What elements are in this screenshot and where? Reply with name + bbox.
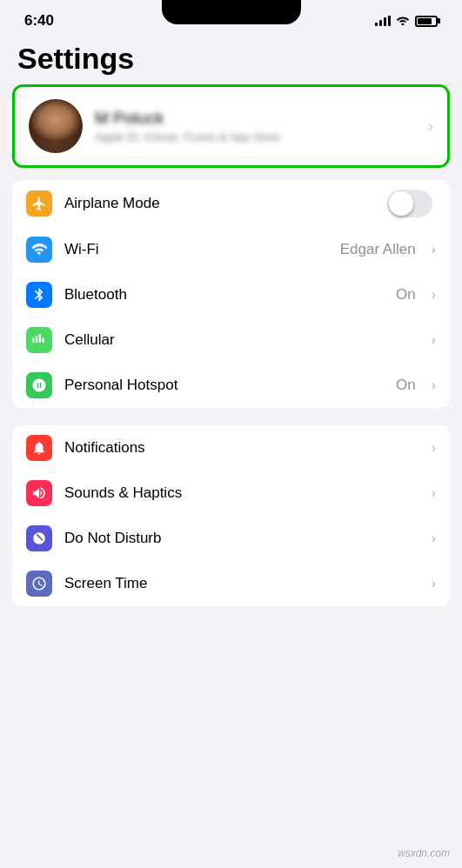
connectivity-section: Airplane Mode Wi-Fi Edgar Allen › Blueto…	[12, 180, 450, 408]
signal-icon	[375, 16, 391, 26]
cellular-row[interactable]: Cellular ›	[12, 317, 450, 363]
cellular-icon	[26, 327, 52, 353]
page-title: Settings	[17, 42, 445, 76]
profile-chevron: ›	[428, 117, 433, 136]
sounds-label: Sounds & Haptics	[64, 484, 419, 502]
phone-frame: 6:40 Settings	[0, 0, 462, 868]
airplane-mode-icon	[26, 190, 52, 217]
avatar	[29, 99, 83, 153]
profile-card[interactable]: M Potuck Apple ID, iCloud, iTunes & App …	[12, 84, 450, 168]
status-time: 6:40	[24, 12, 54, 30]
sounds-chevron: ›	[432, 485, 436, 501]
sounds-icon	[26, 480, 52, 506]
battery-fill	[418, 18, 432, 24]
screen-time-icon	[26, 571, 52, 597]
wifi-status-icon	[396, 15, 410, 28]
cellular-label: Cellular	[64, 331, 419, 349]
bluetooth-chevron: ›	[432, 287, 436, 303]
notifications-row[interactable]: Notifications ›	[12, 425, 450, 471]
watermark: wsxdn.com	[398, 847, 450, 859]
hotspot-value: On	[396, 377, 416, 394]
notifications-section: Notifications › Sounds & Haptics › Do No…	[12, 425, 450, 606]
avatar-image	[29, 99, 83, 153]
notifications-label: Notifications	[64, 439, 419, 457]
battery-icon	[415, 16, 438, 27]
profile-info: M Potuck Apple ID, iCloud, iTunes & App …	[95, 109, 416, 144]
cellular-chevron: ›	[432, 332, 436, 348]
status-icons	[375, 15, 438, 28]
notch	[162, 0, 301, 24]
wifi-icon	[26, 237, 52, 263]
wifi-label: Wi-Fi	[64, 241, 328, 258]
hotspot-icon	[26, 372, 52, 398]
bluetooth-value: On	[396, 286, 416, 304]
hotspot-label: Personal Hotspot	[64, 377, 384, 394]
do-not-disturb-icon	[26, 525, 52, 551]
profile-name: M Potuck	[95, 109, 416, 128]
do-not-disturb-chevron: ›	[432, 531, 436, 546]
page-title-container: Settings	[0, 35, 462, 84]
airplane-mode-row[interactable]: Airplane Mode	[12, 180, 450, 227]
screen-time-label: Screen Time	[64, 575, 419, 592]
profile-subtitle: Apple ID, iCloud, iTunes & App Store	[95, 130, 416, 144]
airplane-mode-label: Airplane Mode	[64, 195, 375, 212]
wifi-chevron: ›	[432, 242, 436, 257]
toggle-thumb	[389, 191, 413, 216]
personal-hotspot-row[interactable]: Personal Hotspot On ›	[12, 363, 450, 408]
notifications-chevron: ›	[432, 440, 436, 456]
do-not-disturb-label: Do Not Disturb	[64, 530, 419, 547]
sounds-haptics-row[interactable]: Sounds & Haptics ›	[12, 471, 450, 516]
wifi-value: Edgar Allen	[340, 241, 416, 258]
bluetooth-icon	[26, 282, 52, 308]
airplane-mode-toggle[interactable]	[387, 190, 432, 217]
notifications-icon	[26, 435, 52, 461]
screen-time-chevron: ›	[432, 576, 436, 591]
bluetooth-row[interactable]: Bluetooth On ›	[12, 272, 450, 317]
do-not-disturb-row[interactable]: Do Not Disturb ›	[12, 516, 450, 561]
bluetooth-label: Bluetooth	[64, 286, 384, 304]
screen-time-row[interactable]: Screen Time ›	[12, 561, 450, 606]
hotspot-chevron: ›	[432, 377, 436, 393]
wifi-row[interactable]: Wi-Fi Edgar Allen ›	[12, 227, 450, 272]
